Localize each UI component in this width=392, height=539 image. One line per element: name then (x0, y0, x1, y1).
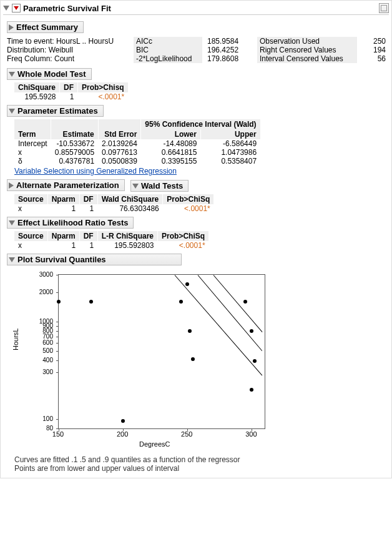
col-p: Prob>ChiSq (163, 194, 214, 204)
section-param-estimates[interactable]: Parameter Estimates (7, 105, 104, 117)
bic-label: BIC (134, 46, 202, 54)
section-plot[interactable]: Plot Survival Quantiles (7, 254, 182, 265)
x-tick: 150 (52, 430, 64, 438)
section-wald[interactable]: Wald Tests (130, 180, 189, 192)
data-point (243, 300, 247, 304)
cell: -10.533672 (51, 139, 98, 148)
data-point (253, 359, 257, 363)
cell: 2.0139264 (98, 139, 141, 148)
cell: 1 (60, 92, 78, 101)
x-tick: 250 (181, 430, 192, 438)
aicc-label: AICc (134, 37, 202, 46)
data-point (191, 357, 195, 361)
cell: 0.5358407 (200, 157, 260, 166)
data-point (57, 300, 61, 304)
obs-label: Observation Used (257, 37, 357, 46)
cell: x (14, 204, 47, 213)
table-row: x 0.85579005 0.0977613 0.6641815 1.04739… (14, 148, 260, 157)
section-effect-summary[interactable]: Effect Summary (7, 21, 84, 33)
col-est: Estimate (51, 129, 98, 139)
cell: 1 (79, 204, 97, 213)
report-options-icon[interactable] (12, 4, 21, 12)
param-table: 95% Confidence Interval (Wald) Term Esti… (14, 119, 261, 166)
table-row: x 1 1 76.6303486 <.0001* (14, 204, 214, 213)
section-label: Alternate Parameterization (16, 180, 119, 190)
lr-table: Source Nparm DF L-R ChiSquare Prob>ChiSq… (14, 231, 209, 250)
ll-label: -2*LogLikelihood (134, 54, 202, 63)
col-term: Term (14, 129, 51, 139)
aicc-value: 185.9584 (202, 37, 246, 46)
col-df: DF (60, 82, 78, 92)
data-point (185, 282, 189, 286)
cell: δ (14, 157, 51, 166)
cell: 0.85579005 (51, 148, 98, 157)
section-alt-param[interactable]: Alternate Parameterization (7, 179, 125, 191)
col-df: DF (79, 194, 97, 204)
rc-value: 194 (357, 46, 386, 54)
data-point (188, 329, 192, 333)
y-tick: 2000 (14, 288, 53, 295)
cell: x (14, 241, 47, 250)
cell: 0.0977613 (98, 148, 141, 157)
data-point (250, 329, 253, 333)
cell: 195.592803 (97, 241, 157, 250)
cell: Intercept (14, 139, 51, 148)
cell: 1 (79, 241, 97, 250)
y-tick: 500 (14, 347, 53, 354)
col-src: Source (14, 231, 47, 241)
report-title: Parametric Survival Fit (23, 4, 111, 13)
y-tick: 600 (14, 339, 53, 346)
survival-plot: HoursL DegreesC 801003004005006007008009… (14, 269, 277, 450)
y-tick: 400 (14, 356, 53, 363)
meta-dist: Distribution: Weibull (7, 46, 122, 54)
table-row: 195.5928 1 <.0001* (14, 92, 128, 101)
quantile-line (213, 275, 262, 332)
col-cs: L-R ChiSquare (97, 231, 157, 241)
cell: <.0001* (158, 241, 209, 250)
caption-2: Points are from lower and upper values o… (14, 464, 389, 473)
ci-header: 95% Confidence Interval (Wald) (141, 119, 260, 129)
section-label: Whole Model Test (17, 69, 86, 79)
section-label: Parameter Estimates (17, 106, 98, 116)
data-point (250, 388, 253, 392)
table-row: x 1 1 195.592803 <.0001* (14, 241, 209, 250)
cell: -6.586449 (200, 139, 260, 148)
col-src: Source (14, 194, 47, 204)
y-tick: 1000 (14, 317, 53, 324)
meta-time: Time to event: HoursL .. HoursU (7, 37, 122, 46)
y-tick: 300 (14, 368, 53, 375)
cell: 0.6641815 (141, 148, 201, 157)
meta-freq: Freq Column: Count (7, 54, 122, 63)
x-tick: 200 (117, 430, 128, 438)
caption-1: Curves are fitted .1 .5 and .9 quantiles… (14, 455, 389, 464)
section-lr[interactable]: Effect Likelihood Ratio Tests (7, 217, 134, 229)
cell: 1 (47, 241, 79, 250)
whole-model-table: ChiSquare DF Prob>Chisq 195.5928 1 <.000… (14, 82, 129, 101)
cell: 1 (47, 204, 79, 213)
wald-table: Source Nparm DF Wald ChiSquare Prob>ChiS… (14, 194, 214, 213)
model-meta: Time to event: HoursL .. HoursU Distribu… (7, 37, 389, 63)
cell: 0.3395155 (141, 157, 201, 166)
disclosure-icon (9, 182, 14, 189)
section-whole-model-test[interactable]: Whole Model Test (7, 68, 92, 80)
disclosure-icon (9, 220, 15, 225)
section-label: Wald Tests (141, 181, 183, 190)
varselect-link[interactable]: Variable Selection using Generalized Reg… (14, 167, 177, 176)
data-point (121, 419, 125, 423)
cell: x (14, 148, 51, 157)
cell: 0.0500839 (98, 157, 141, 166)
ll-value: 179.8608 (202, 54, 246, 63)
col-np: Nparm (47, 231, 79, 241)
popup-icon[interactable] (379, 3, 389, 13)
obs-value: 250 (357, 37, 386, 46)
col-hi: Upper (200, 129, 260, 139)
disclosure-icon (9, 257, 15, 262)
disclosure-icon (9, 72, 15, 77)
data-point (179, 300, 183, 304)
section-label: Effect Summary (16, 22, 78, 32)
collapse-icon[interactable] (3, 6, 9, 11)
section-label: Effect Likelihood Ratio Tests (17, 218, 128, 227)
table-row: Intercept -10.533672 2.0139264 -14.48089… (14, 139, 260, 148)
y-tick: 100 (14, 415, 53, 422)
quantile-line (174, 275, 262, 376)
